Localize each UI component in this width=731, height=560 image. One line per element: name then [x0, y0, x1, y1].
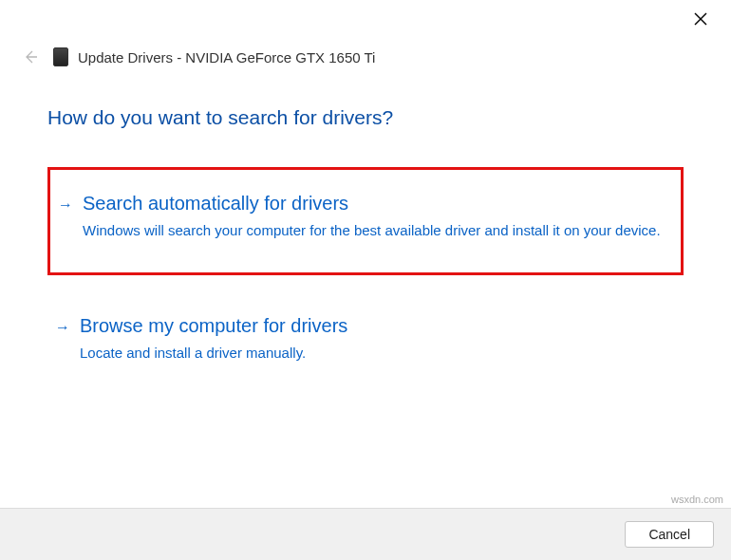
- arrow-right-icon: →: [55, 319, 70, 336]
- option-body: Browse my computer for drivers Locate an…: [80, 315, 670, 363]
- close-icon: [694, 12, 707, 26]
- back-button[interactable]: [19, 46, 42, 68]
- header: Update Drivers - NVIDIA GeForce GTX 1650…: [0, 0, 731, 68]
- question-heading: How do you want to search for drivers?: [47, 106, 684, 129]
- option-description: Windows will search your computer for th…: [83, 220, 667, 240]
- arrow-right-icon: →: [58, 196, 73, 214]
- option-browse-computer[interactable]: → Browse my computer for drivers Locate …: [47, 298, 684, 382]
- cancel-button[interactable]: Cancel: [625, 521, 714, 548]
- device-icon: [53, 47, 68, 66]
- content-area: How do you want to search for drivers? →…: [0, 68, 731, 382]
- option-search-automatically[interactable]: → Search automatically for drivers Windo…: [47, 167, 684, 275]
- window-title: Update Drivers - NVIDIA GeForce GTX 1650…: [78, 49, 375, 65]
- close-button[interactable]: [691, 9, 710, 28]
- option-body: Search automatically for drivers Windows…: [83, 193, 667, 240]
- arrow-left-icon: [23, 49, 38, 65]
- option-title: Browse my computer for drivers: [80, 315, 670, 337]
- option-description: Locate and install a driver manually.: [80, 343, 670, 363]
- footer: Cancel: [0, 508, 731, 560]
- option-title: Search automatically for drivers: [83, 193, 667, 215]
- watermark: wsxdn.com: [671, 494, 723, 505]
